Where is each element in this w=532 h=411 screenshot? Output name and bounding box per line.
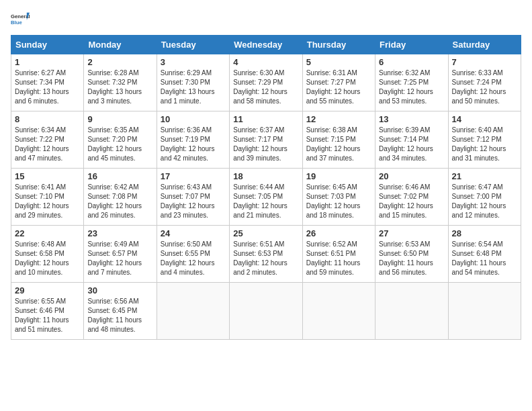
day-number: 23 bbox=[87, 228, 152, 238]
cell-info: Sunrise: 6:47 AMSunset: 7:00 PMDaylight:… bbox=[452, 183, 517, 220]
cell-info: Sunrise: 6:28 AMSunset: 7:32 PMDaylight:… bbox=[87, 68, 152, 106]
day-number: 4 bbox=[233, 57, 298, 67]
calendar-cell bbox=[302, 283, 375, 340]
week-row-2: 8Sunrise: 6:34 AMSunset: 7:22 PMDaylight… bbox=[11, 111, 521, 169]
cell-info: Sunrise: 6:45 AMSunset: 7:03 PMDaylight:… bbox=[306, 183, 371, 220]
cell-info: Sunrise: 6:56 AMSunset: 6:45 PMDaylight:… bbox=[87, 297, 152, 334]
calendar-table: SundayMondayTuesdayWednesdayThursdayFrid… bbox=[11, 35, 521, 340]
calendar-cell: 11Sunrise: 6:37 AMSunset: 7:17 PMDayligh… bbox=[230, 111, 302, 169]
day-number: 15 bbox=[15, 171, 80, 181]
header-wednesday: Wednesday bbox=[230, 36, 302, 54]
calendar-cell bbox=[157, 283, 229, 340]
cell-info: Sunrise: 6:37 AMSunset: 7:17 PMDaylight:… bbox=[233, 126, 298, 163]
cell-info: Sunrise: 6:48 AMSunset: 6:58 PMDaylight:… bbox=[15, 240, 80, 277]
header-thursday: Thursday bbox=[302, 36, 375, 54]
calendar-cell: 30Sunrise: 6:56 AMSunset: 6:45 PMDayligh… bbox=[84, 283, 157, 340]
cell-info: Sunrise: 6:38 AMSunset: 7:15 PMDaylight:… bbox=[306, 126, 371, 163]
calendar-cell: 13Sunrise: 6:39 AMSunset: 7:14 PMDayligh… bbox=[375, 111, 448, 169]
cell-info: Sunrise: 6:32 AMSunset: 7:25 PMDaylight:… bbox=[379, 68, 444, 106]
cell-info: Sunrise: 6:42 AMSunset: 7:08 PMDaylight:… bbox=[87, 183, 152, 220]
day-number: 18 bbox=[233, 171, 298, 181]
calendar-cell: 19Sunrise: 6:45 AMSunset: 7:03 PMDayligh… bbox=[302, 169, 375, 226]
calendar-cell: 17Sunrise: 6:43 AMSunset: 7:07 PMDayligh… bbox=[157, 169, 229, 226]
calendar-cell: 3Sunrise: 6:29 AMSunset: 7:30 PMDaylight… bbox=[157, 54, 229, 111]
day-number: 12 bbox=[306, 114, 371, 124]
day-number: 20 bbox=[379, 171, 444, 181]
day-number: 17 bbox=[161, 171, 226, 181]
cell-info: Sunrise: 6:27 AMSunset: 7:34 PMDaylight:… bbox=[15, 68, 80, 106]
cell-info: Sunrise: 6:52 AMSunset: 6:51 PMDaylight:… bbox=[306, 240, 371, 277]
cell-info: Sunrise: 6:43 AMSunset: 7:07 PMDaylight:… bbox=[161, 183, 226, 220]
week-row-1: 1Sunrise: 6:27 AMSunset: 7:34 PMDaylight… bbox=[11, 54, 521, 111]
calendar-cell: 14Sunrise: 6:40 AMSunset: 7:12 PMDayligh… bbox=[448, 111, 521, 169]
calendar-cell: 1Sunrise: 6:27 AMSunset: 7:34 PMDaylight… bbox=[11, 54, 84, 111]
day-number: 10 bbox=[161, 114, 226, 124]
cell-info: Sunrise: 6:54 AMSunset: 6:48 PMDaylight:… bbox=[452, 240, 517, 277]
header-sunday: Sunday bbox=[11, 36, 84, 54]
cell-info: Sunrise: 6:36 AMSunset: 7:19 PMDaylight:… bbox=[161, 126, 226, 163]
calendar-cell: 16Sunrise: 6:42 AMSunset: 7:08 PMDayligh… bbox=[84, 169, 157, 226]
header-monday: Monday bbox=[84, 36, 157, 54]
calendar-cell: 25Sunrise: 6:51 AMSunset: 6:53 PMDayligh… bbox=[230, 226, 302, 283]
week-row-3: 15Sunrise: 6:41 AMSunset: 7:10 PMDayligh… bbox=[11, 169, 521, 226]
cell-info: Sunrise: 6:46 AMSunset: 7:02 PMDaylight:… bbox=[379, 183, 444, 220]
calendar-header-row: SundayMondayTuesdayWednesdayThursdayFrid… bbox=[11, 36, 521, 54]
day-number: 8 bbox=[15, 114, 80, 124]
calendar-cell bbox=[448, 283, 521, 340]
cell-info: Sunrise: 6:51 AMSunset: 6:53 PMDaylight:… bbox=[233, 240, 298, 277]
cell-info: Sunrise: 6:30 AMSunset: 7:29 PMDaylight:… bbox=[233, 68, 298, 106]
cell-info: Sunrise: 6:50 AMSunset: 6:55 PMDaylight:… bbox=[161, 240, 226, 277]
logo: General Blue bbox=[11, 11, 30, 30]
day-number: 7 bbox=[452, 57, 517, 67]
calendar-cell: 2Sunrise: 6:28 AMSunset: 7:32 PMDaylight… bbox=[84, 54, 157, 111]
calendar-cell: 28Sunrise: 6:54 AMSunset: 6:48 PMDayligh… bbox=[448, 226, 521, 283]
calendar-cell: 5Sunrise: 6:31 AMSunset: 7:27 PMDaylight… bbox=[302, 54, 375, 111]
header-friday: Friday bbox=[375, 36, 448, 54]
calendar-cell: 20Sunrise: 6:46 AMSunset: 7:02 PMDayligh… bbox=[375, 169, 448, 226]
calendar-cell: 26Sunrise: 6:52 AMSunset: 6:51 PMDayligh… bbox=[302, 226, 375, 283]
day-number: 1 bbox=[15, 57, 80, 67]
day-number: 24 bbox=[161, 228, 226, 238]
cell-info: Sunrise: 6:34 AMSunset: 7:22 PMDaylight:… bbox=[15, 126, 80, 163]
cell-info: Sunrise: 6:35 AMSunset: 7:20 PMDaylight:… bbox=[87, 126, 152, 163]
cell-info: Sunrise: 6:31 AMSunset: 7:27 PMDaylight:… bbox=[306, 68, 371, 106]
day-number: 28 bbox=[452, 228, 517, 238]
cell-info: Sunrise: 6:40 AMSunset: 7:12 PMDaylight:… bbox=[452, 126, 517, 163]
day-number: 19 bbox=[306, 171, 371, 181]
day-number: 11 bbox=[233, 114, 298, 124]
calendar-cell bbox=[230, 283, 302, 340]
day-number: 14 bbox=[452, 114, 517, 124]
day-number: 13 bbox=[379, 114, 444, 124]
page-header: General Blue bbox=[11, 11, 521, 30]
week-row-4: 22Sunrise: 6:48 AMSunset: 6:58 PMDayligh… bbox=[11, 226, 521, 283]
header-tuesday: Tuesday bbox=[157, 36, 229, 54]
calendar-cell: 21Sunrise: 6:47 AMSunset: 7:00 PMDayligh… bbox=[448, 169, 521, 226]
calendar-cell: 10Sunrise: 6:36 AMSunset: 7:19 PMDayligh… bbox=[157, 111, 229, 169]
svg-text:Blue: Blue bbox=[11, 19, 22, 26]
day-number: 3 bbox=[161, 57, 226, 67]
calendar-cell: 23Sunrise: 6:49 AMSunset: 6:57 PMDayligh… bbox=[84, 226, 157, 283]
day-number: 5 bbox=[306, 57, 371, 67]
calendar-cell: 6Sunrise: 6:32 AMSunset: 7:25 PMDaylight… bbox=[375, 54, 448, 111]
cell-info: Sunrise: 6:41 AMSunset: 7:10 PMDaylight:… bbox=[15, 183, 80, 220]
cell-info: Sunrise: 6:53 AMSunset: 6:50 PMDaylight:… bbox=[379, 240, 444, 277]
cell-info: Sunrise: 6:55 AMSunset: 6:46 PMDaylight:… bbox=[15, 297, 80, 334]
calendar-cell: 8Sunrise: 6:34 AMSunset: 7:22 PMDaylight… bbox=[11, 111, 84, 169]
header-saturday: Saturday bbox=[448, 36, 521, 54]
cell-info: Sunrise: 6:33 AMSunset: 7:24 PMDaylight:… bbox=[452, 68, 517, 106]
calendar-cell: 18Sunrise: 6:44 AMSunset: 7:05 PMDayligh… bbox=[230, 169, 302, 226]
week-row-5: 29Sunrise: 6:55 AMSunset: 6:46 PMDayligh… bbox=[11, 283, 521, 340]
calendar-cell: 27Sunrise: 6:53 AMSunset: 6:50 PMDayligh… bbox=[375, 226, 448, 283]
day-number: 27 bbox=[379, 228, 444, 238]
calendar-cell: 4Sunrise: 6:30 AMSunset: 7:29 PMDaylight… bbox=[230, 54, 302, 111]
day-number: 26 bbox=[306, 228, 371, 238]
calendar-cell: 29Sunrise: 6:55 AMSunset: 6:46 PMDayligh… bbox=[11, 283, 84, 340]
day-number: 25 bbox=[233, 228, 298, 238]
calendar-cell: 15Sunrise: 6:41 AMSunset: 7:10 PMDayligh… bbox=[11, 169, 84, 226]
cell-info: Sunrise: 6:39 AMSunset: 7:14 PMDaylight:… bbox=[379, 126, 444, 163]
day-number: 9 bbox=[87, 114, 152, 124]
calendar-cell: 7Sunrise: 6:33 AMSunset: 7:24 PMDaylight… bbox=[448, 54, 521, 111]
day-number: 29 bbox=[15, 285, 80, 295]
calendar-cell: 22Sunrise: 6:48 AMSunset: 6:58 PMDayligh… bbox=[11, 226, 84, 283]
day-number: 6 bbox=[379, 57, 444, 67]
